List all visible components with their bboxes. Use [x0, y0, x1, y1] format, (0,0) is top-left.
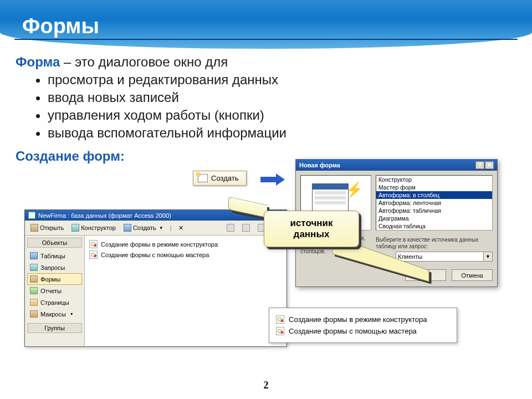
list-item[interactable]: Мастер форм [376, 183, 492, 191]
delete-icon: ✕ [178, 224, 183, 232]
table-icon [30, 252, 38, 259]
list-item[interactable]: Автоформа: табличная [376, 207, 492, 214]
macro-icon [30, 310, 38, 318]
wizard-icon [89, 250, 98, 259]
callout: источник данных [264, 211, 359, 247]
term: Форма [16, 54, 60, 69]
query-icon [30, 264, 38, 271]
list-item[interactable]: Создание формы в режиме конструктора [89, 239, 282, 249]
list-item[interactable]: Создание формы в режиме конструктора [276, 314, 450, 325]
sidebar-item-pages[interactable]: Страницы [27, 296, 82, 308]
wizard-icon [276, 327, 284, 335]
callout-line: данных [294, 229, 330, 240]
delete-button[interactable]: ✕ [175, 223, 187, 233]
design-button[interactable]: Конструктор [68, 222, 119, 233]
sidebar-item-macros[interactable]: Макросы▼ [27, 308, 82, 320]
wizard-icon [276, 315, 284, 324]
db-title-text: NewFirma : база данных (формат Access 20… [38, 212, 171, 219]
arrow-icon [260, 175, 285, 185]
view-small-button[interactable] [239, 222, 253, 233]
new-button[interactable]: Создать▼ [120, 222, 167, 233]
design-icon [71, 224, 79, 232]
create-button-label: Создать [211, 174, 238, 182]
close-button[interactable]: ✕ [485, 161, 494, 169]
bullet-item: вывода вспомогательной информации [48, 124, 287, 142]
new-doc-icon [198, 174, 208, 182]
bullet-list: просмотра и редактирования данных ввода … [48, 71, 287, 142]
view-large-button[interactable] [223, 222, 238, 233]
list-item[interactable]: Диаграмма [376, 214, 492, 222]
svg-marker-0 [332, 243, 429, 282]
sidebar-item-reports[interactable]: Отчеты [27, 285, 82, 296]
body-text: Форма – это диалоговое окно для просмотр… [16, 53, 287, 165]
subhead: Создание форм: [16, 147, 287, 165]
db-icon [28, 212, 35, 219]
report-icon [30, 287, 38, 294]
objects-panel: Объекты Таблицы Запросы Формы Отчеты Стр… [25, 236, 85, 346]
callout-line: источник [290, 218, 332, 229]
view-icon [242, 224, 250, 232]
lightning-icon: ⚡ [345, 181, 363, 198]
list-item[interactable]: Создание формы с помощью мастера [89, 249, 282, 260]
open-icon [30, 224, 38, 232]
chevron-down-icon: ▼ [159, 226, 163, 231]
database-window: NewFirma : база данных (формат Access 20… [24, 209, 287, 347]
open-button[interactable]: Открыть [27, 222, 67, 233]
sidebar-item-forms[interactable]: Формы [27, 273, 82, 285]
dialog-titlebar[interactable]: Новая форма ? ✕ [296, 160, 497, 171]
def-rest: – это диалоговое окно для [60, 54, 228, 69]
list-item[interactable]: Автоформа: в столбец [376, 191, 492, 199]
sidebar-item-queries[interactable]: Запросы [27, 262, 82, 273]
chevron-down-icon: ▼ [70, 312, 74, 316]
object-list: Создание формы в режиме конструктора Соз… [85, 236, 287, 346]
objects-header: Объекты [27, 238, 82, 248]
bullet-item: просмотра и редактирования данных [48, 71, 287, 89]
divider [14, 39, 518, 40]
page-number: 2 [0, 380, 532, 391]
view-icon [227, 224, 234, 232]
page-icon [30, 299, 38, 306]
bullet-item: управления ходом работы (кнопки) [48, 106, 287, 124]
page-title: Формы [22, 14, 99, 38]
groups-header: Группы [27, 323, 82, 333]
list-item[interactable]: Создание формы с помощью мастера [276, 325, 450, 337]
chevron-down-icon[interactable]: ▼ [484, 252, 493, 262]
wizard-icon [89, 240, 98, 248]
bullet-item: ввода новых записей [48, 89, 287, 106]
list-item[interactable]: Конструктор [376, 176, 492, 183]
new-icon [124, 224, 131, 232]
list-item[interactable]: Сводная таблица [376, 222, 492, 230]
dialog-title: Новая форма [299, 162, 340, 168]
db-toolbar: Открыть Конструктор Создать▼ | ✕ [25, 221, 287, 236]
create-button[interactable]: Создать [193, 171, 247, 186]
sidebar-item-tables[interactable]: Таблицы [27, 250, 82, 262]
callout-pointer [332, 243, 432, 284]
help-button[interactable]: ? [475, 161, 484, 169]
form-icon [30, 275, 38, 283]
popup-panel: Создание формы в режиме конструктора Соз… [269, 308, 457, 343]
cancel-button[interactable]: Отмена [452, 269, 493, 281]
list-item[interactable]: Автоформа: ленточная [376, 199, 492, 207]
form-type-list[interactable]: Конструктор Мастер форм Автоформа: в сто… [376, 175, 493, 231]
